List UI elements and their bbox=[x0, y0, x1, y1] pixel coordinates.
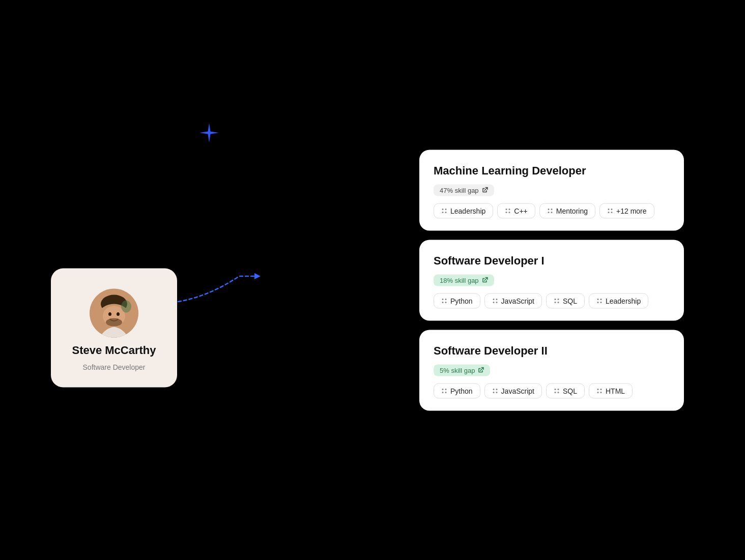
svg-point-52 bbox=[557, 392, 559, 393]
svg-point-10 bbox=[445, 209, 447, 210]
skill-dots-icon bbox=[441, 298, 447, 304]
svg-point-23 bbox=[608, 212, 610, 213]
svg-point-16 bbox=[509, 212, 510, 213]
svg-point-56 bbox=[600, 392, 601, 393]
skill-dots-icon bbox=[596, 298, 603, 304]
skill-tag-ml-dev-3[interactable]: +12 more bbox=[599, 203, 654, 218]
svg-point-47 bbox=[493, 392, 494, 393]
job-card-ml-dev: Machine Learning Developer47% skill gap … bbox=[419, 150, 684, 230]
skill-tag-ml-dev-2[interactable]: Mentoring bbox=[539, 203, 595, 218]
svg-point-17 bbox=[548, 209, 549, 210]
skill-tag-sw-dev-1-1[interactable]: JavaScript bbox=[484, 293, 542, 308]
skill-tag-ml-dev-1[interactable]: C++ bbox=[497, 203, 535, 218]
svg-point-40 bbox=[600, 302, 601, 303]
job-title-sw-dev-1: Software Developer I bbox=[434, 254, 670, 267]
arrow-decoration bbox=[168, 256, 270, 317]
svg-point-28 bbox=[445, 302, 447, 303]
skill-dots-icon bbox=[441, 208, 447, 214]
svg-point-35 bbox=[554, 302, 556, 303]
skill-gap-text: 5% skill gap bbox=[440, 366, 475, 374]
svg-point-55 bbox=[597, 392, 598, 393]
skill-dots-icon bbox=[596, 388, 603, 394]
main-scene: Steve McCarthy Software Developer Machin… bbox=[0, 0, 745, 560]
skill-label: SQL bbox=[563, 387, 577, 395]
skill-label: HTML bbox=[606, 387, 625, 395]
skill-gap-text: 18% skill gap bbox=[440, 276, 479, 284]
skill-dots-icon bbox=[441, 388, 447, 394]
skill-tag-sw-dev-2-0[interactable]: Python bbox=[434, 383, 480, 398]
svg-point-34 bbox=[557, 299, 559, 300]
job-cards-column: Machine Learning Developer47% skill gap … bbox=[419, 150, 684, 410]
svg-point-44 bbox=[445, 392, 447, 393]
skill-gap-badge-sw-dev-2[interactable]: 5% skill gap bbox=[434, 364, 490, 376]
skill-gap-badge-ml-dev[interactable]: 47% skill gap bbox=[434, 184, 494, 196]
skill-gap-text: 47% skill gap bbox=[440, 186, 479, 194]
svg-point-6 bbox=[106, 318, 122, 326]
svg-point-14 bbox=[509, 209, 510, 210]
skill-label: Python bbox=[450, 387, 473, 395]
skill-tag-sw-dev-2-1[interactable]: JavaScript bbox=[484, 383, 542, 398]
svg-point-7 bbox=[121, 300, 131, 312]
person-name: Steve McCarthy bbox=[72, 343, 156, 357]
sparkle-left bbox=[198, 122, 220, 143]
skill-label: JavaScript bbox=[501, 297, 534, 305]
svg-point-38 bbox=[600, 299, 601, 300]
svg-point-49 bbox=[554, 389, 556, 390]
skill-tag-sw-dev-1-0[interactable]: Python bbox=[434, 293, 480, 308]
svg-point-18 bbox=[551, 209, 552, 210]
job-title-ml-dev: Machine Learning Developer bbox=[434, 164, 670, 177]
skill-label: C++ bbox=[514, 207, 527, 215]
svg-point-50 bbox=[557, 389, 559, 390]
svg-point-33 bbox=[554, 299, 556, 300]
svg-point-24 bbox=[611, 212, 613, 213]
skill-gap-badge-sw-dev-1[interactable]: 18% skill gap bbox=[434, 274, 494, 286]
skill-label: +12 more bbox=[616, 207, 647, 215]
skill-dots-icon bbox=[554, 388, 560, 394]
svg-point-12 bbox=[445, 212, 447, 213]
person-card: Steve McCarthy Software Developer bbox=[51, 268, 177, 387]
svg-point-13 bbox=[506, 209, 507, 210]
skill-dots-icon bbox=[554, 298, 560, 304]
svg-point-51 bbox=[554, 392, 556, 393]
svg-point-15 bbox=[506, 212, 507, 213]
svg-point-42 bbox=[445, 389, 447, 390]
skill-tag-sw-dev-1-3[interactable]: Leadership bbox=[589, 293, 648, 308]
skill-dots-icon bbox=[547, 208, 553, 214]
svg-point-32 bbox=[496, 302, 497, 303]
svg-point-22 bbox=[611, 209, 613, 210]
external-link-icon bbox=[482, 187, 488, 193]
skill-tag-sw-dev-2-2[interactable]: SQL bbox=[546, 383, 585, 398]
svg-point-5 bbox=[117, 312, 120, 316]
skill-label: Leadership bbox=[606, 297, 641, 305]
svg-point-54 bbox=[600, 389, 601, 390]
svg-point-19 bbox=[548, 212, 549, 213]
svg-point-46 bbox=[496, 389, 497, 390]
skill-tag-ml-dev-0[interactable]: Leadership bbox=[434, 203, 493, 218]
svg-point-53 bbox=[597, 389, 598, 390]
svg-point-39 bbox=[597, 302, 598, 303]
svg-point-9 bbox=[442, 209, 444, 210]
skill-label: Mentoring bbox=[556, 207, 588, 215]
skills-row-sw-dev-1: Python JavaScript SQL Leadership bbox=[434, 293, 670, 308]
svg-point-20 bbox=[551, 212, 552, 213]
svg-point-25 bbox=[442, 299, 444, 300]
avatar-illustration bbox=[90, 288, 138, 337]
skill-dots-icon bbox=[492, 388, 498, 394]
svg-point-45 bbox=[493, 389, 494, 390]
skill-dots-icon bbox=[492, 298, 498, 304]
skill-label: JavaScript bbox=[501, 387, 534, 395]
skill-dots-icon bbox=[505, 208, 511, 214]
skill-label: Python bbox=[450, 297, 473, 305]
svg-point-41 bbox=[442, 389, 444, 390]
skill-tag-sw-dev-2-3[interactable]: HTML bbox=[589, 383, 633, 398]
svg-point-43 bbox=[442, 392, 444, 393]
svg-point-48 bbox=[496, 392, 497, 393]
svg-point-30 bbox=[496, 299, 497, 300]
job-card-sw-dev-1: Software Developer I18% skill gap Python… bbox=[419, 240, 684, 320]
job-title-sw-dev-2: Software Developer II bbox=[434, 344, 670, 357]
svg-point-31 bbox=[493, 302, 494, 303]
svg-point-11 bbox=[442, 212, 444, 213]
svg-point-27 bbox=[442, 302, 444, 303]
skill-tag-sw-dev-1-2[interactable]: SQL bbox=[546, 293, 585, 308]
job-card-sw-dev-2: Software Developer II5% skill gap Python… bbox=[419, 330, 684, 410]
